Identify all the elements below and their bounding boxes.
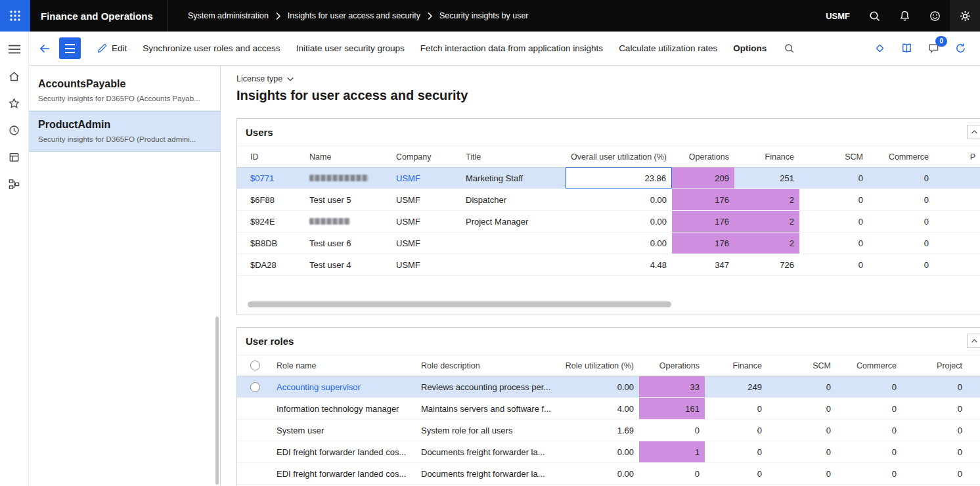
power-apps-button[interactable] (874, 42, 886, 55)
open-in-office-button[interactable] (901, 42, 913, 55)
cell-role-utilization[interactable]: 4.00 (560, 398, 639, 419)
cell-name[interactable]: Test user 4 (304, 254, 391, 275)
column-header-finance[interactable]: Finance (734, 146, 799, 167)
back-button[interactable] (38, 42, 51, 55)
row-selector[interactable] (245, 376, 271, 397)
cell-operations[interactable]: 209 (672, 167, 734, 188)
table-row[interactable]: $6F88 Test user 5 USMF Dispatcher 0.00 1… (237, 189, 980, 211)
favorites-button[interactable] (3, 92, 26, 114)
table-row[interactable]: EDI freight forwarder landed cos... Docu… (237, 441, 980, 463)
cell-role-name[interactable]: Information technology manager (271, 398, 416, 419)
row-selector[interactable] (245, 398, 271, 419)
cell-commerce[interactable]: 0 (868, 211, 934, 232)
table-row[interactable]: System user System role for all users 1.… (237, 420, 980, 441)
cell-project[interactable] (934, 211, 980, 232)
cell-commerce[interactable]: 0 (836, 463, 902, 484)
cell-utilization[interactable]: 4.48 (566, 254, 672, 275)
column-header-scm[interactable]: SCM (767, 355, 836, 376)
feedback-button[interactable] (920, 0, 950, 32)
cell-role-name[interactable]: Accounting supervisor (271, 376, 416, 397)
cell-finance[interactable]: 0 (705, 441, 767, 462)
cell-project[interactable] (934, 232, 980, 254)
column-header-title[interactable]: Title (460, 146, 566, 167)
options-menu[interactable]: Options (725, 43, 774, 53)
table-row[interactable]: $DA28 Test user 4 USMF 4.48 347 726 0 0 (237, 254, 980, 276)
cell-role-description[interactable]: System role for all users (416, 420, 560, 441)
column-header-role-utilization[interactable]: Role utilization (%) (560, 355, 639, 376)
table-row[interactable]: EDI freight forwarder landed cos... Docu… (237, 463, 980, 485)
column-header-id[interactable]: ID (245, 146, 304, 167)
breadcrumb-item-insights[interactable]: Insights for user access and security (288, 11, 420, 20)
cell-scm[interactable]: 0 (767, 398, 836, 419)
modules-button[interactable] (3, 173, 26, 195)
list-item-productadmin[interactable]: ProductAdmin Security insights for D365F… (29, 111, 220, 152)
column-header-project[interactable]: Project (902, 355, 968, 376)
cell-operations[interactable]: 176 (672, 211, 734, 232)
cell-finance[interactable]: 2 (734, 211, 799, 232)
cell-finance[interactable]: 0 (705, 420, 767, 441)
cell-operations[interactable]: 176 (672, 232, 734, 254)
cell-role-name[interactable]: EDI freight forwarder landed cos... (271, 441, 416, 462)
breadcrumb-item-security-insights[interactable]: Security insights by user (439, 11, 528, 20)
cell-project[interactable]: 0 (902, 463, 968, 484)
license-type-filter[interactable]: License type (236, 74, 294, 83)
table-row[interactable]: Accounting supervisor Reviews accounting… (237, 376, 980, 398)
panel-scrollbar[interactable] (215, 317, 219, 485)
cell-project[interactable] (934, 167, 980, 188)
column-header-role-description[interactable]: Role description (416, 355, 560, 376)
cell-title[interactable]: Project Manager (460, 211, 566, 232)
refresh-button[interactable] (954, 42, 967, 55)
breadcrumb-item-system-administration[interactable]: System administration (188, 11, 269, 20)
app-launcher-button[interactable] (0, 0, 30, 32)
table-row[interactable]: $0771 USMF Marketing Staff 23.86 209 251… (237, 167, 980, 189)
user-roles-collapse-button[interactable] (967, 334, 980, 348)
cell-finance[interactable]: 726 (734, 254, 799, 275)
cell-title[interactable] (460, 232, 566, 254)
table-row[interactable]: Information technology manager Maintains… (237, 398, 980, 420)
worklist-button[interactable] (3, 146, 26, 168)
column-header-role-name[interactable]: Role name (271, 355, 416, 376)
cell-project[interactable]: 0 (902, 398, 968, 419)
cell-scm[interactable]: 0 (767, 420, 836, 441)
home-button[interactable] (3, 65, 26, 87)
cell-name[interactable]: Test user 6 (304, 232, 391, 254)
column-header-finance[interactable]: Finance (705, 355, 767, 376)
cell-utilization[interactable]: 0.00 (566, 189, 672, 210)
column-header-commerce[interactable]: Commerce (868, 146, 934, 167)
cell-company[interactable]: USMF (391, 189, 460, 210)
cell-company[interactable]: USMF (391, 232, 460, 254)
cell-operations[interactable]: 176 (672, 189, 734, 210)
cell-project[interactable] (934, 189, 980, 210)
cell-role-description[interactable]: Documents freight forwarder la... (416, 463, 560, 484)
cell-scm[interactable]: 0 (767, 441, 836, 462)
cell-id[interactable]: $924E (245, 211, 304, 232)
cell-role-description[interactable]: Maintains servers and software f... (416, 398, 560, 419)
cell-scm[interactable]: 0 (799, 189, 868, 210)
cell-project[interactable] (934, 254, 980, 275)
cell-commerce[interactable]: 0 (836, 420, 902, 441)
column-header-project[interactable]: P (934, 146, 980, 167)
radio-button[interactable] (250, 361, 260, 370)
cell-operations[interactable]: 0 (639, 420, 705, 441)
cell-commerce[interactable]: 0 (836, 398, 902, 419)
cell-company[interactable]: USMF (391, 254, 460, 275)
cell-project[interactable]: 0 (902, 376, 968, 397)
radio-button[interactable] (250, 382, 260, 392)
cell-id[interactable]: $DA28 (245, 254, 304, 275)
column-header-company[interactable]: Company (391, 146, 460, 167)
column-header-commerce[interactable]: Commerce (836, 355, 902, 376)
cell-role-utilization[interactable]: 0.00 (560, 463, 639, 484)
cell-role-name[interactable]: EDI freight forwarder landed cos... (271, 463, 416, 484)
cell-commerce[interactable]: 0 (868, 189, 934, 210)
cell-id[interactable]: $0771 (245, 167, 304, 188)
panel-toggle-button[interactable] (59, 37, 81, 59)
cell-title[interactable] (460, 254, 566, 275)
cell-utilization[interactable]: 0.00 (566, 232, 672, 254)
synchronize-user-roles-button[interactable]: Synchronize user roles and access (135, 43, 288, 53)
cell-name[interactable] (304, 211, 391, 232)
header-select-all[interactable] (245, 355, 271, 376)
users-collapse-button[interactable] (967, 125, 980, 139)
horizontal-scrollbar[interactable] (238, 301, 980, 308)
cell-id[interactable]: $6F88 (245, 189, 304, 210)
cell-role-utilization[interactable]: 0.00 (560, 441, 639, 462)
